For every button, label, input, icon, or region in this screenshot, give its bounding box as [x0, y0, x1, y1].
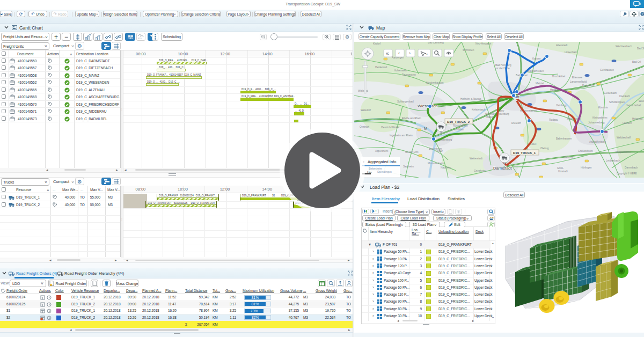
svg-text:Kirdorf: Kirdorf	[373, 42, 381, 45]
svg-text:ORG: ORG	[128, 37, 134, 40]
svg-text:Trebur: Trebur	[435, 150, 443, 152]
svg-text:Ingelheim am Rhein: Ingelheim am Rhein	[390, 134, 413, 137]
svg-text:Bruchköbel: Bruchköbel	[552, 75, 565, 78]
svg-text:Hofheim a.Taunus: Hofheim a.Taunus	[460, 98, 481, 100]
svg-text:Erlensee: Erlensee	[572, 76, 582, 79]
svg-text:Heidenrod: Heidenrod	[375, 66, 387, 69]
svg-text:Mespelbrunn: Mespelbrunn	[616, 151, 631, 153]
svg-text:Kelsterbach: Kelsterbach	[472, 108, 486, 111]
svg-text:Nieder-Olm: Nieder-Olm	[405, 151, 419, 153]
svg-text:Freigericht: Freigericht	[582, 84, 595, 87]
svg-text:Schlangenbad: Schlangenbad	[397, 100, 414, 103]
svg-text:Wächtersbach: Wächtersbach	[616, 45, 632, 48]
svg-text:Schöllkrippen: Schöllkrippen	[609, 101, 625, 104]
svg-text:Maintal: Maintal	[536, 82, 544, 85]
svg-text:«: «	[386, 50, 389, 56]
svg-text:Spendlingen: Spendlingen	[377, 171, 392, 173]
svg-text:Geiselbach: Geiselbach	[604, 92, 617, 94]
svg-text:Aschaffenburg: Aschaffenburg	[589, 141, 606, 143]
svg-text:M: M	[424, 126, 427, 131]
svg-text:Großostheim: Großostheim	[578, 150, 593, 152]
svg-text:Wollsrod: Wollsrod	[358, 90, 368, 92]
svg-text:▾: ▾	[426, 53, 428, 56]
svg-text:Mömbris: Mömbris	[598, 106, 608, 109]
svg-text:Schmitten: Schmitten	[463, 49, 474, 52]
svg-text:Mommenheim: Mommenheim	[428, 162, 444, 165]
svg-text:Altenstadt: Altenstadt	[556, 44, 568, 47]
svg-text:Saulheim: Saulheim	[403, 165, 414, 168]
svg-text:Walsdorf: Walsdorf	[361, 109, 371, 112]
svg-text:3 km: 3 km	[367, 171, 372, 173]
svg-text:Heigenbr.: Heigenbr.	[632, 118, 643, 120]
svg-text:Oestrich: Oestrich	[360, 126, 369, 128]
svg-text:Appenheim: Appenheim	[375, 150, 388, 152]
svg-text:Hainburg: Hainburg	[556, 104, 567, 107]
svg-text:Gelnhausen: Gelnhausen	[600, 69, 614, 71]
svg-text:415: 415	[138, 37, 142, 39]
svg-text:Olebug: Olebug	[540, 147, 549, 150]
svg-text:Dreieich: Dreieich	[511, 122, 521, 124]
svg-text:6: 6	[640, 2, 641, 5]
svg-text:Niedernhausen: Niedernhausen	[426, 82, 444, 84]
svg-text:Eltville am Rhein: Eltville am Rhein	[402, 117, 421, 120]
svg-text:Isenburg: Isenburg	[499, 113, 509, 115]
svg-text:Heinrichsthal: Heinrichsthal	[626, 104, 641, 107]
svg-text:Dammbach: Dammbach	[625, 166, 638, 169]
svg-text:Taunusstein: Taunusstein	[402, 74, 416, 76]
svg-text:‹: ‹	[398, 50, 400, 56]
svg-text:am Main: am Main	[454, 128, 464, 131]
svg-text:Rüsselsheim: Rüsselsheim	[453, 124, 467, 127]
svg-text:Biebesheim: Biebesheim	[369, 167, 382, 170]
svg-text:Babenhausen: Babenhausen	[556, 137, 572, 140]
svg-text:Dieburg: Dieburg	[564, 156, 573, 159]
svg-text:Leidersbach: Leidersbach	[606, 159, 620, 162]
svg-text:Bad Orl: Bad Orl	[632, 61, 641, 63]
svg-text:Wiesen: Wiesen	[639, 100, 644, 102]
svg-text:Bad Soden: Bad Soden	[637, 47, 644, 50]
svg-text:Kleinkahl: Kleinkahl	[619, 95, 630, 98]
svg-text:Neu-Anspach: Neu-Anspach	[475, 42, 491, 45]
svg-text:Wiesbaden: Wiesbaden	[418, 104, 438, 108]
svg-text:Johannesberg: Johannesberg	[588, 121, 605, 124]
svg-text:Copyright © HERE: Copyright © HERE	[617, 172, 637, 175]
svg-text:D19_TRUCK_1: D19_TRUCK_1	[513, 151, 536, 155]
svg-text:Rodgau: Rodgau	[549, 119, 558, 121]
svg-text:Langenselbold: Langenselbold	[570, 80, 587, 83]
svg-text:Bad Camberg: Bad Camberg	[428, 42, 444, 44]
svg-text:Karben: Karben	[532, 57, 541, 60]
svg-text:Kleinostheim: Kleinostheim	[592, 116, 607, 119]
svg-text:D19_TRUCK_2: D19_TRUCK_2	[447, 120, 470, 123]
svg-text:Linsenhain: Linsenhain	[565, 51, 577, 54]
svg-text:T: T	[375, 209, 377, 213]
svg-text:›: ›	[409, 50, 411, 56]
svg-text:Groß-: Groß-	[557, 167, 564, 170]
svg-text:Aggregated Info: Aggregated Info	[368, 159, 396, 164]
svg-text:vor der Höhe: vor der Höhe	[495, 67, 510, 70]
svg-text:?: ?	[641, 12, 643, 16]
svg-text:Umstadt: Umstadt	[558, 170, 568, 173]
svg-text:Bad Homburg: Bad Homburg	[495, 64, 511, 67]
svg-text:Oestrich-Winkel: Oestrich-Winkel	[381, 126, 399, 129]
svg-text:Hohenstein: Hohenstein	[394, 69, 407, 72]
svg-text:Griesheim: Griesheim	[474, 170, 486, 172]
svg-text:Weiterstadt: Weiterstadt	[470, 157, 483, 160]
svg-text:Nauheim: Nauheim	[441, 166, 451, 169]
svg-text:Darmstadt: Darmstadt	[493, 166, 513, 171]
svg-text:Waldaschaff: Waldaschaff	[617, 136, 631, 139]
svg-text:Laufach: Laufach	[623, 122, 632, 124]
svg-text:Hörlingen: Hörlingen	[581, 166, 592, 169]
